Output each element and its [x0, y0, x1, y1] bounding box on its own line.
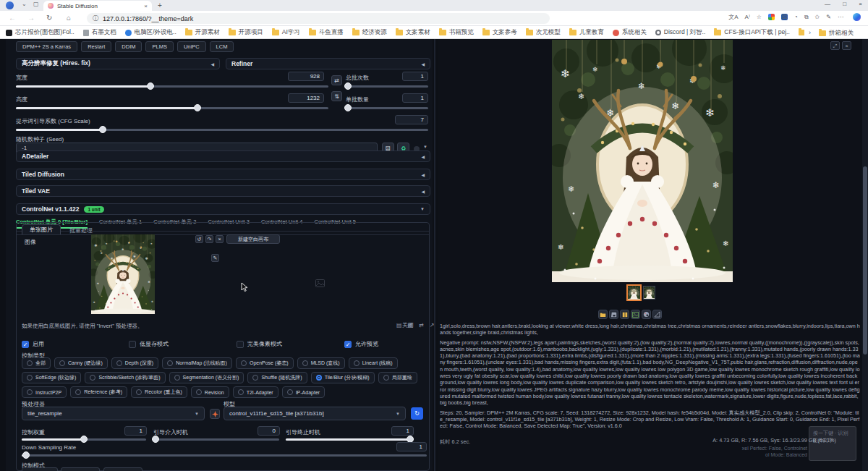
window-maximize-button[interactable]: □ — [843, 1, 846, 7]
bookmark-item[interactable]: 开源项目 — [229, 28, 263, 37]
bookmark-item[interactable]: 经济资源 — [352, 28, 387, 37]
back-icon[interactable]: ← — [9, 14, 16, 22]
window-minimize-button[interactable]: — — [825, 1, 830, 7]
guidance-end-slider[interactable] — [286, 438, 413, 441]
sampler-option[interactable]: DPM++ 2S a Karras — [16, 41, 77, 52]
save-zip-button[interactable] — [620, 310, 629, 319]
workspace-icon[interactable]: ▢ — [33, 1, 39, 7]
refresh-models-button[interactable]: ↻ — [411, 407, 423, 420]
note-doc-icon[interactable]: ▤ — [396, 322, 402, 328]
adetailer-accordion[interactable]: ADetailer◀ — [16, 150, 430, 162]
split-screen-icon[interactable]: ⧉ — [804, 14, 809, 21]
allow-preview-checkbox[interactable]: ✓允许预览 — [344, 340, 378, 348]
clear-image-icon[interactable]: × — [216, 235, 224, 243]
edit-pencil-icon[interactable]: ✎ — [211, 254, 219, 262]
control-type-option[interactable]: OpenPose (姿态) — [236, 357, 294, 369]
control-type-option[interactable]: Shuffle (随机洗牌) — [247, 372, 307, 383]
bookmark-item[interactable]: 行bru实验研发.. — [799, 28, 804, 37]
seed-extra-caret-icon[interactable]: ▼ — [423, 145, 427, 149]
pixel-perfect-checkbox[interactable]: 完美像素模式 — [237, 340, 282, 348]
window-close-button[interactable]: × — [859, 1, 862, 7]
control-type-option[interactable]: Revision — [191, 386, 229, 398]
home-icon[interactable]: ⌂ — [67, 14, 71, 22]
batch-count-slider[interactable] — [346, 85, 428, 88]
aspect-ratio-button[interactable]: ⇅ — [331, 91, 342, 101]
downsample-value[interactable]: 1 — [396, 442, 427, 451]
batch-size-slider[interactable] — [346, 107, 428, 109]
control-type-option[interactable]: Segmentation (语义分割) — [169, 372, 244, 383]
control-type-option[interactable]: 全部 — [22, 357, 51, 369]
read-aloud-icon[interactable]: A⁾ — [745, 14, 750, 20]
control-type-option[interactable]: Reference (参考) — [70, 386, 127, 398]
tiled-diffusion-accordion[interactable]: Tiled Diffusion◀ — [16, 169, 430, 180]
control-type-option[interactable]: MLSD (直线) — [297, 357, 345, 369]
bookmark-item[interactable]: 电脑区/外设电.. — [125, 28, 176, 37]
downsample-slider[interactable] — [22, 454, 427, 457]
batch-count-value[interactable]: 1 — [402, 72, 428, 81]
close-gallery-icon[interactable]: × — [842, 41, 851, 50]
bookmark-item[interactable]: CFS-接口API下载 | pej.. — [714, 28, 790, 37]
bookmark-item[interactable]: 拼箱相关 — [819, 29, 854, 38]
bookmark-item[interactable]: 儿童教育 — [569, 28, 604, 37]
generated-image[interactable] — [552, 40, 733, 282]
profile-avatar[interactable] — [6, 1, 14, 9]
send-dims-icon[interactable]: ↗ — [430, 322, 435, 328]
page-scrollbar-thumb[interactable] — [863, 166, 867, 355]
copilot-icon[interactable] — [853, 13, 861, 21]
control-type-option[interactable]: InstructP2P — [22, 386, 67, 398]
open-folder-button[interactable] — [598, 310, 608, 319]
control-type-option[interactable]: T2I-Adapter — [233, 386, 278, 398]
site-info-icon[interactable]: ⓘ — [93, 14, 98, 22]
favorite-star-icon[interactable]: ☆ — [757, 14, 762, 20]
bookmark-item[interactable]: 次元模型 — [526, 28, 561, 37]
url-bar[interactable]: ⓘ 127.0.0.1:7860/?__theme=dark — [87, 13, 550, 24]
bookmark-item[interactable]: 芯片报价(面包图)Fol.. — [6, 28, 75, 37]
bookmark-item[interactable]: 系统相关 — [613, 28, 647, 37]
tiled-vae-accordion[interactable]: Tiled VAE◀ — [16, 185, 430, 197]
redo-icon[interactable]: ↷ — [205, 235, 213, 243]
sampler-option[interactable]: UniPC — [177, 41, 206, 52]
bookmark-item[interactable]: 文案参考 — [482, 28, 517, 37]
bookmark-item[interactable]: 书籍预览 — [439, 28, 474, 37]
new-tab-button[interactable]: + — [158, 1, 162, 9]
tab-batch-process[interactable]: 批量处理 — [69, 226, 93, 234]
height-value[interactable]: 1232 — [288, 93, 324, 103]
run-preprocessor-button[interactable] — [210, 409, 220, 419]
control-type-option[interactable]: Lineart (线稿) — [349, 357, 398, 369]
tab-single-image[interactable]: 单张图片 — [22, 224, 61, 234]
control-type-option[interactable]: IP-Adapter — [282, 386, 325, 398]
sampler-option[interactable]: DDIM — [115, 41, 142, 52]
refiner-accordion[interactable]: Refiner◀ — [226, 58, 430, 69]
control-type-option[interactable]: Scribble/Sketch (涂鸦/草图) — [85, 372, 165, 383]
edit-icon[interactable]: ✎ — [826, 14, 831, 20]
height-slider[interactable] — [16, 107, 328, 109]
undo-icon[interactable]: ↺ — [195, 235, 203, 243]
controlnet-accordion[interactable]: ControlNet v1.1.422 1 unit ▼ — [16, 203, 430, 215]
bookmark-item[interactable]: 石墨文档 — [83, 28, 116, 37]
save-image-button[interactable] — [609, 310, 618, 319]
sampler-option[interactable]: LCM — [210, 41, 234, 52]
cfg-scale-value[interactable]: 7 — [395, 115, 428, 124]
guidance-start-slider[interactable] — [153, 438, 279, 441]
width-slider[interactable] — [16, 85, 328, 88]
sampler-option[interactable]: Restart — [81, 41, 111, 52]
extension-grid-icon[interactable] — [768, 14, 775, 20]
bookmarks-overflow-icon[interactable]: › — [809, 29, 811, 36]
control-type-option[interactable]: NormalMap (法线贴图) — [162, 357, 232, 369]
forward-icon[interactable]: → — [27, 14, 35, 22]
control-weight-value[interactable]: 1 — [124, 426, 147, 436]
lowvram-checkbox[interactable]: 低显存模式 — [129, 340, 169, 348]
bookmark-item[interactable]: 斗鱼直播 — [309, 28, 344, 37]
controlnet-input-image[interactable] — [91, 234, 155, 314]
history-icon[interactable]: ◔ — [794, 14, 798, 20]
tab-close-icon[interactable]: × — [144, 3, 148, 9]
send-to-img2img-button[interactable] — [631, 310, 640, 319]
control-weight-slider[interactable] — [22, 438, 146, 441]
control-type-option[interactable]: Depth (深度) — [111, 357, 158, 369]
browser-tab[interactable]: Stable Diffusion × — [43, 1, 152, 11]
width-value[interactable]: 928 — [288, 72, 324, 81]
control-type-option[interactable]: Canny (硬边缘) — [54, 357, 108, 369]
bookmark-item[interactable]: 开源素材 — [185, 28, 220, 37]
new-canvas-button[interactable]: 新建空白画布 — [226, 234, 280, 244]
control-type-option[interactable]: SoftEdge (软边缘) — [22, 372, 81, 383]
